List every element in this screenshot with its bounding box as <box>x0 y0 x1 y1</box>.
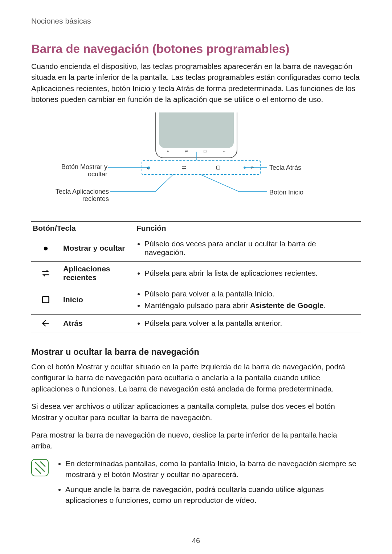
back-icon <box>31 314 60 332</box>
subheading: Mostrar u ocultar la barra de navegación <box>31 347 361 357</box>
recents-icon <box>31 261 60 285</box>
svg-point-6 <box>44 247 48 251</box>
callout-recents: Tecla Aplicaciones recientes <box>48 188 109 203</box>
buttons-table: Botón/Tecla Función Mostrar y ocultar Pú… <box>31 221 361 332</box>
table-header-button: Botón/Tecla <box>31 221 135 235</box>
note-icon <box>31 459 49 476</box>
callout-home: Botón Inicio <box>269 189 303 196</box>
paragraph: Si desea ver archivos o utilizar aplicac… <box>31 401 361 423</box>
list-item: Aunque ancle la barra de navegación, pod… <box>65 484 361 506</box>
dot-icon <box>31 235 60 261</box>
list-item: En determinadas pantallas, como la panta… <box>65 458 361 480</box>
row-label: Mostrar y ocultar <box>60 235 135 261</box>
table-row: Atrás Púlsela para volver a la pantalla … <box>31 314 361 332</box>
section-label: Nociones básicas <box>31 17 361 25</box>
table-header-function: Función <box>135 221 361 235</box>
home-icon <box>31 285 60 314</box>
row-function: Púlselo para volver a la pantalla Inicio… <box>135 285 361 314</box>
page-number: 46 <box>31 537 361 545</box>
callout-show-hide: Botón Mostrar y ocultar <box>54 163 107 178</box>
row-label: Inicio <box>60 285 135 314</box>
table-row: Inicio Púlselo para volver a la pantalla… <box>31 285 361 314</box>
row-function: Púlselo dos veces para anclar u ocultar … <box>135 235 361 261</box>
paragraph: Con el botón Mostrar y ocultar situado e… <box>31 361 361 394</box>
home-hold-func: Manténgalo pulsado para abrir Asistente … <box>144 300 358 311</box>
paragraph: Para mostrar la barra de navegación de n… <box>31 430 361 452</box>
navbar-figure: ● ⇄ ▢ ← ● Botó <box>65 112 327 210</box>
row-label: Atrás <box>60 314 135 332</box>
table-row: Mostrar y ocultar Púlselo dos veces para… <box>31 235 361 261</box>
svg-rect-7 <box>42 296 49 303</box>
row-function: Púlsela para abrir la lista de aplicacio… <box>135 261 361 285</box>
callout-back: Tecla Atrás <box>269 164 301 172</box>
intro-paragraph: Cuando encienda el dispositivo, las tecl… <box>31 61 361 105</box>
page-title: Barra de navegación (botones programable… <box>31 42 361 56</box>
note-list: En determinadas pantallas, como la panta… <box>57 458 361 510</box>
row-label: Aplicaciones recientes <box>60 261 135 285</box>
table-row: Aplicaciones recientes Púlsela para abri… <box>31 261 361 285</box>
row-function: Púlsela para volver a la pantalla anteri… <box>135 314 361 332</box>
